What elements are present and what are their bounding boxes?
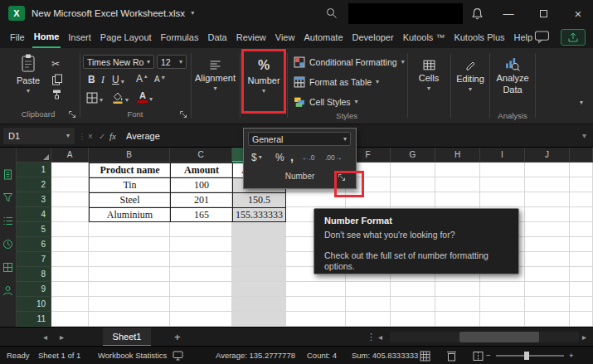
number-dialog-launcher-icon[interactable] — [338, 173, 346, 182]
kutools-filter-icon[interactable] — [2, 192, 13, 203]
kutools-history-icon[interactable] — [2, 239, 13, 250]
ribbon-tab-home[interactable]: Home — [32, 27, 61, 48]
kutools-list-icon[interactable] — [2, 216, 13, 226]
hscroll-right-icon[interactable]: ▸ — [582, 328, 586, 347]
cut-button[interactable]: ✂ — [51, 58, 60, 70]
cell-B3[interactable]: Steel — [90, 193, 170, 207]
font-size-combo[interactable]: 12 ▾ — [157, 55, 187, 69]
sheet-nav-prev-icon[interactable]: ◂ — [43, 328, 47, 347]
row-header-10[interactable]: 10 — [17, 297, 51, 312]
sheet-tab-sheet1[interactable]: Sheet1 — [103, 328, 151, 347]
close-button[interactable]: × — [566, 0, 591, 27]
page-break-view-icon[interactable] — [473, 351, 484, 362]
ribbon-tab-automate[interactable]: Automate — [302, 27, 344, 48]
row-header-9[interactable]: 9 — [17, 282, 51, 297]
search-icon[interactable] — [326, 7, 338, 19]
share-button[interactable] — [561, 29, 586, 46]
cell-D4[interactable]: 155.333333 — [233, 208, 285, 221]
insert-function-icon[interactable]: fx — [109, 124, 116, 148]
alignment-group-button[interactable]: Alignment ▾ — [192, 60, 238, 92]
page-layout-view-icon[interactable] — [446, 351, 457, 362]
row-header-2[interactable]: 2 — [17, 177, 51, 192]
formula-bar-value[interactable]: Average — [126, 124, 160, 148]
minimize-button[interactable]: — — [496, 0, 521, 27]
font-color-button[interactable]: A ▾ — [138, 91, 153, 103]
cell-C2[interactable]: 100 — [171, 178, 232, 192]
conditional-formatting-button[interactable]: Conditional Formatting ▾ — [294, 56, 405, 68]
column-header-B[interactable]: B — [89, 148, 170, 163]
zoom-slider-thumb[interactable] — [524, 352, 529, 360]
ribbon-tab-view[interactable]: View — [274, 27, 297, 48]
column-header-H[interactable]: H — [435, 148, 480, 163]
column-header-J[interactable]: J — [525, 148, 570, 163]
cell-B2[interactable]: Tin — [90, 178, 170, 192]
ribbon-tab-page-layout[interactable]: Page Layout — [99, 27, 153, 48]
bold-button[interactable]: B — [88, 74, 95, 85]
number-group-button[interactable]: % Number ▾ — [241, 58, 286, 95]
ribbon-tab-data[interactable]: Data — [206, 27, 228, 48]
formula-bar-expand-chevron-icon[interactable]: ▾ — [582, 124, 586, 148]
bell-icon[interactable] — [471, 7, 484, 20]
sheet-nav-next-icon[interactable]: ▸ — [60, 328, 64, 347]
column-header-I[interactable]: I — [480, 148, 525, 163]
cell-styles-button[interactable]: Cell Styles ▾ — [294, 96, 358, 108]
row-header-1[interactable]: 1 — [17, 163, 51, 177]
workbook-statistics-button[interactable]: Workbook Statistics — [98, 347, 167, 364]
ribbon-collapse-chevron-icon[interactable]: ▾ — [580, 99, 583, 106]
paste-button[interactable]: Paste ▾ — [10, 53, 46, 95]
grid-column-J-cells[interactable] — [525, 163, 570, 327]
tab-bar-options-icon[interactable]: ⋮ — [367, 328, 376, 347]
display-settings-icon[interactable] — [173, 351, 183, 361]
comma-style-button[interactable]: , — [290, 150, 294, 163]
editing-group-button[interactable]: Editing ▾ — [453, 60, 488, 93]
maximize-button[interactable] — [531, 0, 556, 27]
enter-icon[interactable]: ✓ — [99, 124, 105, 148]
kutools-assistant-icon[interactable] — [2, 285, 13, 296]
fill-color-button[interactable]: ▾ — [111, 91, 129, 104]
font-name-combo[interactable]: Times New Ro ▾ — [83, 55, 154, 69]
format-as-table-button[interactable]: Format as Table ▾ — [294, 76, 379, 88]
cells-group-button[interactable]: Cells ▾ — [411, 60, 446, 92]
formula-bar-splitter[interactable]: ⋮ — [78, 124, 86, 148]
row-header-11[interactable]: 11 — [17, 312, 51, 327]
format-painter-button[interactable] — [51, 89, 63, 100]
column-header-G[interactable]: G — [391, 148, 435, 163]
increase-decimal-button[interactable]: ←.0 — [302, 153, 315, 162]
horizontal-scrollbar-thumb[interactable] — [459, 332, 539, 342]
increase-font-size-button[interactable]: A ▴ — [136, 73, 148, 85]
kutools-grid-icon[interactable] — [2, 262, 13, 273]
column-header-A[interactable]: A — [51, 148, 89, 163]
copy-button[interactable] — [51, 74, 63, 85]
ribbon-tab-file[interactable]: File — [8, 27, 27, 48]
cell-B1[interactable]: Product name — [90, 163, 170, 177]
cell-B4[interactable]: Aluminium — [90, 208, 170, 221]
add-sheet-button[interactable]: + — [174, 328, 181, 347]
ribbon-tab-kutools[interactable]: Kutools ™ — [401, 27, 447, 48]
column-header-C[interactable]: C — [170, 148, 232, 163]
accounting-format-button[interactable]: $ ▾ — [251, 152, 262, 163]
comments-icon[interactable] — [534, 31, 551, 44]
decrease-font-size-button[interactable]: A ▾ — [154, 75, 165, 84]
document-title-group[interactable]: New Microsoft Excel Worksheet.xlsx ▾ — [32, 0, 194, 27]
cell-C3[interactable]: 201 — [171, 193, 232, 207]
ribbon-tab-formulas[interactable]: Formulas — [159, 27, 201, 48]
row-header-8[interactable]: 8 — [17, 267, 51, 282]
normal-view-icon[interactable] — [420, 351, 430, 362]
grid-column-partial-cells[interactable] — [570, 163, 593, 327]
cancel-icon[interactable]: × — [88, 124, 93, 148]
italic-button[interactable]: I — [101, 74, 105, 86]
hscroll-left-icon[interactable]: ◂ — [378, 328, 382, 347]
select-all-corner[interactable] — [17, 148, 51, 163]
row-header-4[interactable]: 4 — [17, 207, 51, 222]
number-format-combo[interactable]: General ▾ — [248, 132, 351, 146]
cell-D3[interactable]: 150.5 — [233, 193, 285, 207]
row-header-5[interactable]: 5 — [17, 222, 51, 237]
borders-button[interactable]: ▾ — [86, 92, 103, 104]
ribbon-tab-insert[interactable]: Insert — [66, 27, 93, 48]
ribbon-tab-review[interactable]: Review — [235, 27, 268, 48]
clipboard-dialog-launcher-icon[interactable] — [68, 110, 76, 119]
ribbon-tab-developer[interactable]: Developer — [351, 27, 396, 48]
zoom-out-button[interactable]: − — [486, 347, 491, 364]
title-chevron-down-icon[interactable]: ▾ — [191, 10, 194, 17]
row-header-6[interactable]: 6 — [17, 237, 51, 252]
